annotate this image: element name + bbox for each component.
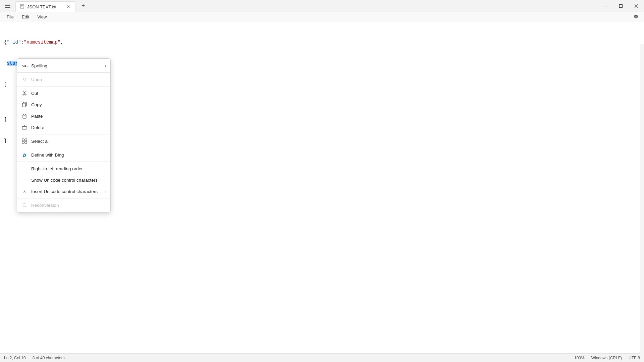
editor-area[interactable]: {"_id":"numesitemap", "startUrl": [ ] } … [0,22,644,353]
status-bar: Ln 2, Col 10 8 of 40 characters 100% Win… [0,353,644,362]
ctx-separator-6 [17,198,110,198]
svg-rect-0 [5,4,10,4]
ctx-unicode-show[interactable]: Show Unicode control characters [17,174,110,186]
menu-view[interactable]: View [33,13,51,21]
menu-bar-right [631,12,641,22]
tab-area: JSON TEXT.txt ✕ + [15,0,89,12]
close-button[interactable] [629,0,644,12]
spelling-arrow-icon: › [105,64,106,68]
title-bar: JSON TEXT.txt ✕ + [0,0,644,12]
ctx-delete[interactable]: Delete [17,122,110,133]
ctx-select-all[interactable]: Select all [17,135,110,147]
menu-bar: File Edit View [0,12,644,22]
app-icon [0,0,15,12]
ctx-separator-5 [17,162,110,162]
svg-rect-18 [23,114,25,115]
menu-file[interactable]: File [3,13,18,21]
ctx-spelling[interactable]: ABC Spelling › [17,60,110,71]
ctx-define-bing[interactable]: b Define with Bing [17,149,110,161]
ctx-separator-3 [17,134,110,134]
ctx-undo[interactable]: Undo [17,74,110,85]
svg-rect-24 [22,139,24,141]
context-menu: ABC Spelling › Undo [17,58,111,213]
svg-rect-27 [25,141,27,143]
ctx-cut-label: Cut [31,91,106,96]
svg-rect-16 [22,103,25,107]
ctx-reconversion[interactable]: Reconversion [17,199,110,211]
menu-edit[interactable]: Edit [18,13,33,21]
ctx-copy-label: Copy [31,102,106,107]
tab-close-button[interactable]: ✕ [65,4,71,10]
svg-rect-26 [22,141,24,143]
window-controls [598,0,644,12]
ctx-paste-label: Paste [31,114,106,119]
rtl-icon [21,165,28,172]
scrollbar[interactable] [640,44,644,362]
ctx-delete-label: Delete [31,125,106,130]
code-line-1: {"_id":"numesitemap", [4,39,640,46]
reconversion-icon [21,202,28,208]
bing-icon: b [21,152,28,158]
ctx-define-bing-label: Define with Bing [31,153,106,158]
ctx-spelling-label: Spelling [31,63,102,68]
ctx-rtl[interactable]: Right-to-left reading order [17,163,110,174]
select-all-icon [21,138,28,144]
paste-icon [21,113,28,119]
spelling-icon: ABC [21,62,28,69]
svg-rect-25 [25,139,27,141]
minimize-button[interactable] [598,0,613,12]
svg-rect-7 [604,6,607,6]
ctx-cut[interactable]: Cut [17,87,110,99]
ctx-paste[interactable]: Paste [17,110,110,122]
status-char-count: 8 of 40 characters [33,356,65,360]
cut-icon [21,90,28,97]
status-right: 100% Windows (CRLF) UTF-8 [574,356,640,360]
ctx-unicode-insert-label: Insert Unicode control characters [31,189,102,194]
svg-rect-2 [5,7,10,8]
status-line-ending[interactable]: Windows (CRLF) [591,356,622,360]
ctx-unicode-show-label: Show Unicode control characters [31,178,106,183]
settings-button[interactable] [631,12,641,22]
status-encoding[interactable]: UTF-8 [629,356,640,360]
svg-rect-8 [620,4,623,7]
ctx-undo-label: Undo [31,77,106,82]
delete-icon [21,124,28,131]
tab-file-icon [20,4,24,10]
ctx-select-all-label: Select all [31,139,106,144]
copy-icon [21,101,28,108]
unicode-insert-icon: ∧ [21,188,28,195]
svg-rect-19 [23,126,26,130]
maximize-button[interactable] [613,0,629,12]
ctx-unicode-insert[interactable]: ∧ Insert Unicode control characters › [17,186,110,197]
ctx-reconversion-label: Reconversion [31,203,106,208]
tab-title: JSON TEXT.txt [27,4,63,9]
undo-icon [21,76,28,83]
unicode-show-icon [21,177,28,183]
ctx-separator-1 [17,72,110,73]
tab-json-text[interactable]: JSON TEXT.txt ✕ [15,1,76,12]
unicode-insert-arrow-icon: › [105,189,106,193]
status-line-col: Ln 2, Col 10 [4,356,26,360]
ctx-rtl-label: Right-to-left reading order [31,166,106,171]
new-tab-button[interactable]: + [77,0,89,12]
status-zoom[interactable]: 100% [574,356,585,360]
svg-rect-3 [20,4,24,8]
ctx-separator-2 [17,86,110,86]
ctx-separator-4 [17,148,110,148]
ctx-copy[interactable]: Copy [17,99,110,110]
svg-rect-1 [5,5,10,6]
title-bar-left: JSON TEXT.txt ✕ + [0,0,89,12]
